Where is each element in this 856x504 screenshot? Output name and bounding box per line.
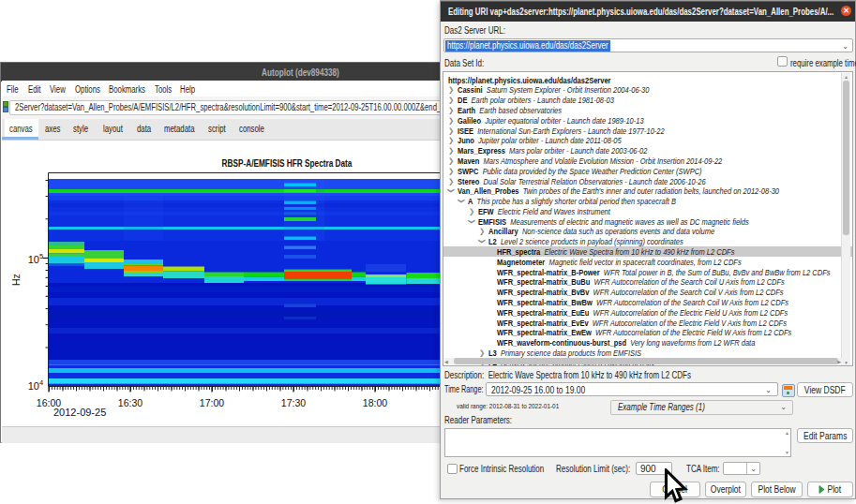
svg-text:10: 10 <box>28 380 39 392</box>
svg-text:17:00: 17:00 <box>200 397 224 408</box>
svg-text:4: 4 <box>39 378 43 387</box>
svg-text:5: 5 <box>39 252 43 260</box>
svg-text:18:00: 18:00 <box>363 397 387 408</box>
svg-text:Hz: Hz <box>10 274 22 286</box>
svg-text:17:30: 17:30 <box>281 397 306 408</box>
svg-text:2012-09-25: 2012-09-25 <box>53 407 106 418</box>
svg-text:16:30: 16:30 <box>118 397 143 408</box>
svg-text:RBSP-A/EMFISIS HFR Spectra Dat: RBSP-A/EMFISIS HFR Spectra Data <box>222 157 353 169</box>
svg-text:10: 10 <box>28 254 39 265</box>
